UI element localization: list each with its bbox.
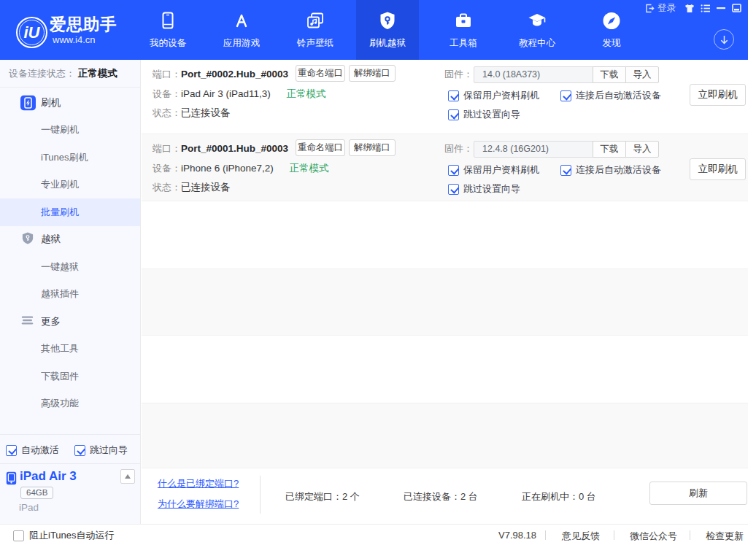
brand-site-url: www.i4.cn — [53, 34, 96, 45]
firmware-group: 12.4.8 (16G201) 下载 导入 — [474, 141, 659, 158]
flash-now-button[interactable]: 立即刷机 — [690, 84, 746, 106]
sidebar-item-jailbreak-plugins[interactable]: 越狱插件 — [0, 281, 140, 309]
sidebar-divider-top — [0, 434, 140, 435]
empty-row — [142, 336, 756, 403]
sidebar-item-batch-flash[interactable]: 批量刷机 — [0, 198, 140, 226]
connected-device-name: iPad Air 3 — [20, 469, 77, 484]
sidebar-item-itunes-flash[interactable]: iTunes刷机 — [0, 144, 140, 171]
nav-apps-games[interactable]: 应用游戏 — [210, 0, 273, 60]
rename-port-button[interactable]: 重命名端口 — [296, 65, 345, 82]
login-button[interactable]: 登录 — [645, 3, 676, 13]
what-is-bound-port-link[interactable]: 什么是已绑定端口? — [158, 477, 239, 490]
nav-discover[interactable]: 发现 — [580, 0, 643, 60]
device-capacity-badge: 64GB — [20, 487, 53, 499]
download-firmware-button[interactable]: 下载 — [593, 141, 626, 158]
auto-activate-after-connect-checkbox[interactable]: 连接后自动激活设备 — [560, 89, 661, 102]
block-itunes-checkbox[interactable]: 阻止iTunes自动运行 — [13, 529, 115, 542]
theme-skin-icon[interactable] — [684, 4, 695, 13]
sidebar-item-other-tools[interactable]: 其他工具 — [0, 336, 140, 363]
empty-row — [142, 201, 756, 268]
rename-port-button[interactable]: 重命名端口 — [296, 139, 345, 156]
skip-wizard-checkbox[interactable]: 跳过向导 — [74, 444, 128, 457]
statusbar-separator — [690, 530, 690, 540]
graduation-cap-icon — [528, 11, 547, 31]
checkbox-checked-icon — [448, 109, 459, 120]
statusbar-separator — [614, 530, 614, 540]
app-header: iU 爱思助手 www.i4.cn 我的设备 应用游戏 铃声壁纸 刷机越狱 工具… — [0, 0, 756, 60]
sidebar-item-advanced-features[interactable]: 高级功能 — [0, 390, 140, 418]
unbind-port-button[interactable]: 解绑端口 — [349, 65, 396, 82]
port-value: Port_#0001.Hub_#0003 — [181, 142, 288, 155]
sidebar: 设备连接状态：正常模式 刷机 一键刷机 iTunes刷机 专业刷机 批量刷机 越… — [0, 60, 141, 524]
brand-name: 爱思助手 — [50, 15, 117, 34]
why-unbind-port-link[interactable]: 为什么要解绑端口? — [158, 498, 239, 511]
import-firmware-button[interactable]: 导入 — [625, 66, 659, 83]
status-value: 已连接设备 — [181, 107, 231, 120]
sidebar-item-download-firmware[interactable]: 下载固件 — [0, 363, 140, 390]
sidebar-item-more[interactable]: 更多 — [0, 308, 140, 336]
ringtone-wallpaper-icon — [306, 11, 325, 31]
collapse-header-button[interactable] — [714, 29, 734, 50]
skip-setup-wizard-checkbox[interactable]: 跳过设置向导 — [448, 182, 520, 196]
appstore-icon — [232, 11, 252, 31]
checkbox-checked-icon — [560, 165, 571, 176]
empty-row — [142, 403, 756, 468]
maximize-icon[interactable] — [732, 4, 742, 13]
app-logo: iU — [16, 17, 47, 48]
status-value: 已连接设备 — [181, 181, 231, 194]
minimize-icon[interactable] — [717, 7, 727, 17]
nav-tutorial-center[interactable]: 教程中心 — [506, 0, 568, 60]
sidebar-item-flash[interactable]: 刷机 — [0, 89, 140, 117]
checkbox-checked-icon — [448, 90, 459, 101]
nav-my-device[interactable]: 我的设备 — [136, 0, 199, 60]
flash-now-button[interactable]: 立即刷机 — [690, 158, 746, 180]
nav-toolbox[interactable]: 工具箱 — [432, 0, 495, 60]
shield-key-icon — [378, 11, 398, 31]
keep-user-data-checkbox[interactable]: 保留用户资料刷机 — [448, 89, 539, 102]
collapse-device-panel-button[interactable] — [120, 469, 135, 484]
keep-user-data-checkbox[interactable]: 保留用户资料刷机 — [448, 163, 539, 177]
sidebar-menu: 刷机 一键刷机 iTunes刷机 专业刷机 批量刷机 越狱 一键越狱 越狱插件 … — [0, 89, 140, 417]
panel-divider — [260, 476, 261, 514]
device-phone-icon — [6, 471, 17, 485]
nav-ringtones-wallpapers[interactable]: 铃声壁纸 — [284, 0, 347, 60]
login-icon — [645, 4, 655, 13]
sidebar-item-jailbreak[interactable]: 越狱 — [0, 226, 140, 254]
nav-flash-jailbreak[interactable]: 刷机越狱 — [356, 0, 419, 60]
device-row-2: 端口： Port_#0001.Hub_#0003 重命名端口 解绑端口 设备： … — [142, 134, 756, 201]
device-value: iPad Air 3 (iPad11,3)正常模式 — [181, 88, 326, 101]
refresh-button[interactable]: 刷新 — [649, 482, 747, 505]
smartphone-icon — [158, 11, 178, 31]
checkbox-unchecked-icon — [13, 530, 24, 541]
sidebar-item-one-key-flash[interactable]: 一键刷机 — [0, 117, 140, 144]
jailbreak-shield-icon — [21, 232, 36, 247]
firmware-version-field[interactable]: 14.0 (18A373) — [474, 66, 593, 83]
firmware-version-field[interactable]: 12.4.8 (16G201) — [474, 141, 593, 158]
checkbox-checked-icon — [6, 445, 17, 456]
device-type-label: iPad — [19, 502, 39, 513]
desktop-right-margin — [748, 0, 756, 545]
check-update-link[interactable]: 检查更新 — [706, 530, 744, 543]
device-row-1: 端口： Port_#0002.Hub_#0003 重命名端口 解绑端口 设备： … — [142, 60, 756, 134]
flash-phone-icon — [20, 95, 36, 110]
version-label: V7.98.18 — [498, 530, 536, 541]
toolbox-icon — [454, 11, 474, 31]
connected-devices-stat: 已连接设备：2 台 — [404, 490, 478, 503]
download-firmware-button[interactable]: 下载 — [593, 66, 626, 83]
sidebar-divider-bottom — [0, 463, 140, 464]
firmware-group: 14.0 (18A373) 下载 导入 — [474, 66, 659, 83]
auto-activate-checkbox[interactable]: 自动激活 — [6, 444, 59, 457]
wechat-official-link[interactable]: 微信公众号 — [630, 530, 677, 543]
sidebar-item-one-key-jailbreak[interactable]: 一键越狱 — [0, 253, 140, 281]
import-firmware-button[interactable]: 导入 — [625, 141, 659, 158]
skip-setup-wizard-checkbox[interactable]: 跳过设置向导 — [448, 108, 520, 121]
connection-mode-value: 正常模式 — [78, 68, 117, 79]
checkbox-checked-icon — [448, 165, 459, 176]
sidebar-item-pro-flash[interactable]: 专业刷机 — [0, 171, 140, 199]
unbind-port-button[interactable]: 解绑端口 — [349, 139, 396, 156]
auto-activate-after-connect-checkbox[interactable]: 连接后自动激活设备 — [560, 163, 661, 177]
menu-list-icon[interactable] — [701, 4, 711, 13]
device-value: iPhone 6 (iPhone7,2)正常模式 — [181, 162, 329, 175]
feedback-link[interactable]: 意见反馈 — [562, 530, 600, 543]
port-value: Port_#0002.Hub_#0003 — [181, 68, 288, 81]
